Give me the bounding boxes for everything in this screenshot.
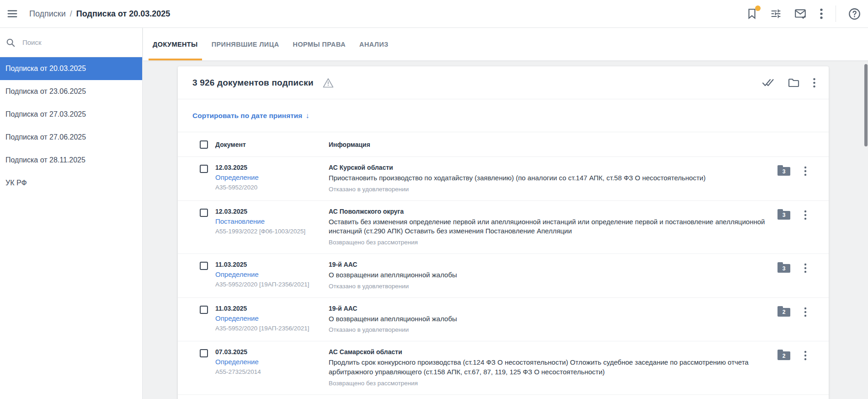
breadcrumb: Подписки / Подписка от 20.03.2025 xyxy=(29,9,170,19)
sidebar-item-label: Подписка от 23.06.2025 xyxy=(5,87,86,96)
tabs-bar: ДОКУМЕНТЫ ПРИНЯВШИЕ ЛИЦА НОРМЫ ПРАВА АНА… xyxy=(143,28,868,61)
sidebar-item-label: Подписка от 20.03.2025 xyxy=(5,65,86,73)
resolution-text: Приостановить производство по ходатайств… xyxy=(329,173,767,183)
sort-direction-arrow[interactable]: ↓ xyxy=(305,112,309,120)
sidebar-item-subscription[interactable]: Подписка от 23.06.2025 xyxy=(0,80,142,103)
documents-count-title: 3 926 документов подписки xyxy=(192,78,314,88)
table-row: 12.03.2025 Постановление А55-1993/2022 [… xyxy=(178,201,829,254)
breadcrumb-parent[interactable]: Подписки xyxy=(29,9,66,19)
row-actions: 3 xyxy=(777,208,818,246)
row-actions: 2 xyxy=(777,348,818,386)
badge-count: 3 xyxy=(783,265,786,272)
breadcrumb-separator: / xyxy=(70,9,72,19)
warning-icon[interactable] xyxy=(323,78,334,88)
row-more-options-icon[interactable] xyxy=(804,209,807,220)
tab-accepting-persons[interactable]: ПРИНЯВШИЕ ЛИЦА xyxy=(212,28,279,60)
document-type-link[interactable]: Определение xyxy=(215,314,329,322)
card-header: 3 926 документов подписки xyxy=(178,66,829,99)
table-row: 12.03.2025 Определение А35-5952/2020 АС … xyxy=(178,157,829,201)
mail-checked-icon[interactable] xyxy=(794,8,807,19)
sidebar-item-label: Подписка от 27.03.2025 xyxy=(5,110,86,119)
bookmark-icon[interactable] xyxy=(746,8,757,20)
top-header: Подписки / Подписка от 20.03.2025 xyxy=(0,0,868,28)
badge-count: 3 xyxy=(783,212,786,218)
document-type-link[interactable]: Определение xyxy=(215,358,329,366)
case-number: А35-5952/2020 [19АП-2356/2021] xyxy=(215,281,329,288)
select-all-checkbox[interactable] xyxy=(200,140,208,149)
info-cell: АС Самарской области Продлить срок конку… xyxy=(329,348,777,386)
sort-row: Сортировать по дате принятия ↓ xyxy=(178,99,829,132)
table-row: 07.03.2025 Определение А55-27325/2014 АС… xyxy=(178,341,829,394)
folder-icon[interactable] xyxy=(788,78,800,88)
more-options-icon[interactable] xyxy=(820,8,823,20)
row-actions: 2 xyxy=(777,305,818,334)
folder-count-badge[interactable]: 3 xyxy=(777,211,790,220)
sidebar-item-subscription[interactable]: Подписка от 28.11.2025 xyxy=(0,149,142,172)
document-type-link[interactable]: Постановление xyxy=(215,217,329,225)
resolution-text: О возвращении апелляционной жалобы xyxy=(329,314,767,324)
resolution-text: О возвращении апелляционной жалобы xyxy=(329,270,767,280)
row-more-options-icon[interactable] xyxy=(804,262,807,273)
sidebar-item-subscription[interactable]: УК РФ xyxy=(0,172,142,194)
row-checkbox[interactable] xyxy=(200,306,208,314)
sort-by-date-link[interactable]: Сортировать по дате принятия xyxy=(192,112,302,120)
sidebar-item-label: УК РФ xyxy=(5,179,27,187)
table-header: Документ Информация xyxy=(178,132,829,157)
row-checkbox[interactable] xyxy=(200,165,208,173)
document-cell: 11.03.2025 Определение А35-5952/2020 [19… xyxy=(215,261,329,290)
info-cell: АС Поволжского округа Оставить без измен… xyxy=(329,208,777,246)
sidebar-search xyxy=(0,28,142,57)
row-more-options-icon[interactable] xyxy=(804,306,807,317)
table-row: 11.03.2025 Определение А35-5952/2020 [19… xyxy=(178,254,829,298)
tab-documents[interactable]: ДОКУМЕНТЫ xyxy=(153,28,198,60)
sidebar-item-subscription[interactable]: Подписка от 20.03.2025 xyxy=(0,57,142,80)
select-all-icon[interactable] xyxy=(761,78,775,88)
court-name: 19-й ААС xyxy=(329,305,767,312)
document-cell: 12.03.2025 Постановление А55-1993/2022 [… xyxy=(215,208,329,246)
status-text: Отказано в удовлетворении xyxy=(329,326,767,333)
row-more-options-icon[interactable] xyxy=(804,165,807,176)
tune-filters-icon[interactable] xyxy=(770,8,782,19)
help-icon[interactable] xyxy=(848,8,861,20)
badge-count: 2 xyxy=(783,353,786,359)
column-info: Информация xyxy=(329,141,829,148)
court-name: 19-й ААС xyxy=(329,261,767,268)
sidebar-item-subscription[interactable]: Подписка от 27.06.2025 xyxy=(0,126,142,149)
row-actions: 3 xyxy=(777,261,818,290)
vertical-scrollbar[interactable] xyxy=(864,64,868,146)
case-number: А35-5952/2020 xyxy=(215,184,329,191)
header-actions xyxy=(746,5,861,22)
tab-law-norms[interactable]: НОРМЫ ПРАВА xyxy=(293,28,346,60)
case-number: А35-5952/2020 [19АП-2356/2021] xyxy=(215,325,329,332)
folder-count-badge[interactable]: 2 xyxy=(777,351,790,360)
header-divider xyxy=(836,5,836,22)
info-cell: АС Курской области Приостановить произво… xyxy=(329,164,777,193)
pagination: ‹ 1 2 3 … 40 › xyxy=(178,395,829,399)
folder-count-badge[interactable]: 2 xyxy=(777,308,790,317)
hamburger-menu-icon[interactable] xyxy=(6,8,18,20)
court-name: АС Поволжского округа xyxy=(329,208,767,215)
row-checkbox[interactable] xyxy=(200,349,208,357)
status-text: Отказано в удовлетворении xyxy=(329,283,767,290)
folder-count-badge[interactable]: 3 xyxy=(777,264,790,273)
document-type-link[interactable]: Определение xyxy=(215,173,329,181)
breadcrumb-current: Подписка от 20.03.2025 xyxy=(76,9,170,19)
sidebar: Подписка от 20.03.2025 Подписка от 23.06… xyxy=(0,28,143,399)
row-checkbox[interactable] xyxy=(200,262,208,270)
info-cell: 19-й ААС О возвращении апелляционной жал… xyxy=(329,305,777,334)
search-icon xyxy=(5,38,16,48)
search-input[interactable] xyxy=(22,38,137,46)
card-more-options-icon[interactable] xyxy=(813,77,816,88)
document-date: 12.03.2025 xyxy=(215,164,329,171)
row-more-options-icon[interactable] xyxy=(804,349,807,361)
badge-count: 3 xyxy=(783,168,786,175)
row-checkbox[interactable] xyxy=(200,209,208,217)
resolution-text: Продлить срок конкурсного производства (… xyxy=(329,358,767,377)
status-text: Возвращено без рассмотрения xyxy=(329,380,767,387)
tab-analysis[interactable]: АНАЛИЗ xyxy=(359,28,389,60)
notification-dot xyxy=(755,5,761,11)
sidebar-item-subscription[interactable]: Подписка от 27.03.2025 xyxy=(0,103,142,126)
info-cell: 19-й ААС О возвращении апелляционной жал… xyxy=(329,261,777,290)
folder-count-badge[interactable]: 3 xyxy=(777,167,790,176)
document-type-link[interactable]: Определение xyxy=(215,270,329,278)
